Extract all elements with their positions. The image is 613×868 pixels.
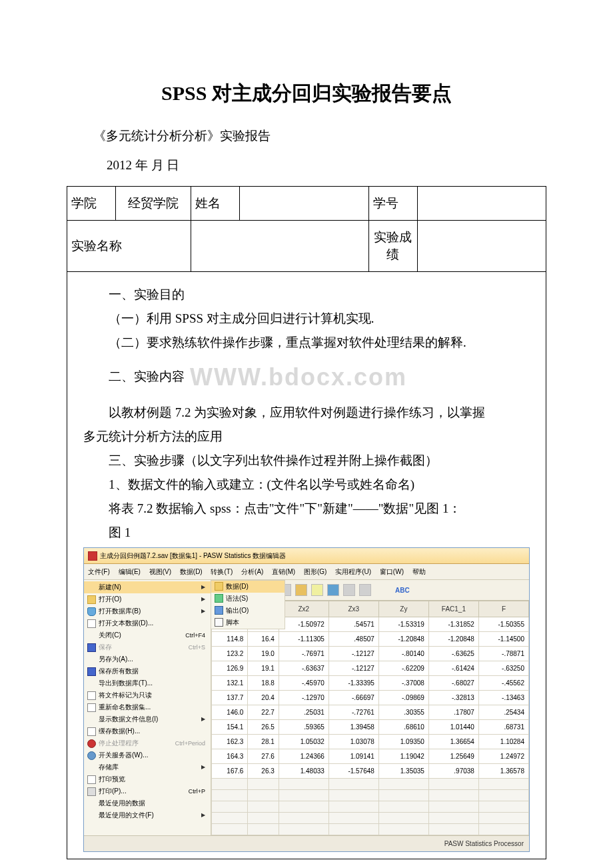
table-cell[interactable]: 126.9 (212, 661, 248, 676)
table-cell[interactable] (428, 824, 478, 835)
table-cell[interactable] (378, 813, 428, 824)
table-cell[interactable] (478, 790, 528, 801)
table-cell[interactable]: 1.03078 (328, 735, 378, 749)
table-cell[interactable]: -.80140 (378, 647, 428, 661)
file-menu-item[interactable]: 将文件标记为只读 (84, 689, 211, 701)
table-cell[interactable]: 137.7 (212, 691, 248, 705)
file-menu-item[interactable]: 关闭(C)Ctrl+F4 (84, 629, 211, 641)
toolbar-abc-icon[interactable]: ABC (395, 584, 410, 597)
file-menu-item[interactable]: 导出到数据库(T)... (84, 677, 211, 689)
file-menu-item[interactable]: 打印预览 (84, 773, 211, 785)
table-row[interactable]: 162.328.11.050321.030781.093501.366541.1… (212, 735, 529, 749)
table-cell[interactable]: -.45970 (279, 676, 328, 691)
table-cell[interactable]: .25031 (279, 705, 328, 720)
table-cell[interactable]: 1.25649 (428, 749, 478, 764)
table-cell[interactable]: -.62209 (378, 661, 428, 676)
column-header[interactable]: Zx3 (328, 601, 378, 617)
table-cell[interactable]: 164.3 (212, 749, 248, 764)
table-cell[interactable]: -.76971 (279, 647, 328, 661)
table-cell[interactable]: .17807 (428, 705, 478, 720)
file-menu-item[interactable]: 最近使用的文件(F)▶ (84, 809, 211, 821)
menu-window[interactable]: 窗口(W) (380, 568, 404, 575)
table-cell[interactable]: -.78871 (478, 647, 528, 661)
table-cell[interactable] (248, 801, 279, 813)
table-row[interactable] (212, 801, 529, 813)
table-cell[interactable]: .54571 (328, 617, 378, 632)
menu-file[interactable]: 文件(F) (88, 568, 110, 575)
file-menu-item[interactable]: 存储库▶ (84, 761, 211, 773)
table-cell[interactable]: 1.39458 (328, 720, 378, 735)
table-cell[interactable]: .30355 (378, 705, 428, 720)
table-row[interactable] (212, 779, 529, 790)
table-cell[interactable] (212, 824, 248, 835)
table-cell[interactable]: -1.20848 (428, 632, 478, 647)
table-cell[interactable] (328, 801, 378, 813)
toolbar-icon[interactable] (311, 584, 323, 596)
table-cell[interactable] (378, 790, 428, 801)
table-row[interactable]: 146.022.7.25031-.72761.30355.17807.25434 (212, 705, 529, 720)
menu-help[interactable]: 帮助 (412, 568, 426, 575)
table-cell[interactable] (212, 813, 248, 824)
table-cell[interactable] (279, 779, 328, 790)
table-cell[interactable] (279, 824, 328, 835)
table-cell[interactable]: -.45562 (478, 676, 528, 691)
table-cell[interactable] (328, 790, 378, 801)
menu-utilities[interactable]: 实用程序(U) (335, 568, 371, 575)
table-row[interactable]: 126.919.1-.63637-.12127-.62209-.61424-.6… (212, 661, 529, 676)
table-row[interactable]: 114.816.4-1.11305.48507-1.20848-1.20848-… (212, 632, 529, 647)
file-menu-item[interactable]: 另存为(A)... (84, 653, 211, 665)
table-row[interactable]: 154.126.5.593651.39458.686101.01440.6873… (212, 720, 529, 735)
table-cell[interactable] (279, 813, 328, 824)
table-cell[interactable]: -1.11305 (279, 632, 328, 647)
table-cell[interactable] (328, 824, 378, 835)
file-menu-item[interactable]: 显示数据文件信息(I)▶ (84, 713, 211, 725)
table-cell[interactable] (378, 779, 428, 790)
table-cell[interactable] (212, 779, 248, 790)
file-menu-item[interactable]: 打开(O)▶ (84, 593, 211, 605)
new-submenu[interactable]: 数据(D)语法(S)输出(O)脚本 (211, 580, 285, 629)
table-cell[interactable]: .97038 (428, 764, 478, 779)
table-cell[interactable]: 1.10284 (478, 735, 528, 749)
table-cell[interactable]: -.61424 (428, 661, 478, 676)
table-row[interactable]: 164.327.61.243661.091411.190421.256491.2… (212, 749, 529, 764)
table-cell[interactable] (248, 824, 279, 835)
menu-graphs[interactable]: 图形(G) (304, 568, 326, 575)
table-cell[interactable]: -.63625 (428, 647, 478, 661)
table-cell[interactable]: 1.36654 (428, 735, 478, 749)
table-cell[interactable] (428, 790, 478, 801)
table-cell[interactable] (248, 813, 279, 824)
table-cell[interactable] (378, 824, 428, 835)
file-menu-item[interactable]: 重新命名数据集... (84, 701, 211, 713)
table-cell[interactable] (279, 801, 328, 813)
toolbar-icon[interactable] (327, 584, 339, 596)
table-cell[interactable] (212, 801, 248, 813)
spss-menubar[interactable]: 文件(F) 编辑(E) 视图(V) 数据(D) 转换(T) 分析(A) 直销(M… (84, 564, 529, 580)
table-cell[interactable] (478, 779, 528, 790)
table-cell[interactable]: -1.14500 (478, 632, 528, 647)
table-cell[interactable]: .25434 (478, 705, 528, 720)
table-cell[interactable]: 16.4 (248, 632, 279, 647)
table-cell[interactable]: 1.48033 (279, 764, 328, 779)
table-cell[interactable]: 19.0 (248, 647, 279, 661)
file-menu-item[interactable]: 保存Ctrl+S (84, 641, 211, 653)
file-menu-item[interactable]: 缓存数据(H)... (84, 725, 211, 737)
table-row[interactable]: 123.219.0-.76971-.12127-.80140-.63625-.7… (212, 647, 529, 661)
column-header[interactable]: Zy (378, 601, 428, 617)
table-cell[interactable] (248, 779, 279, 790)
table-cell[interactable]: -.13463 (478, 691, 528, 705)
table-cell[interactable]: 27.6 (248, 749, 279, 764)
table-cell[interactable]: 154.1 (212, 720, 248, 735)
menu-analyze[interactable]: 分析(A) (241, 568, 263, 575)
toolbar-icon[interactable] (359, 584, 371, 596)
table-cell[interactable] (328, 813, 378, 824)
file-menu-item[interactable]: 打开数据库(B)▶ (84, 605, 211, 617)
table-cell[interactable]: -.12127 (328, 647, 378, 661)
table-cell[interactable]: -.68027 (428, 676, 478, 691)
table-cell[interactable]: 1.01440 (428, 720, 478, 735)
table-cell[interactable]: -.63250 (478, 661, 528, 676)
file-menu-item[interactable]: 停止处理程序Ctrl+Period (84, 737, 211, 749)
table-cell[interactable]: 1.05032 (279, 735, 328, 749)
submenu-item[interactable]: 数据(D) (211, 581, 285, 593)
table-cell[interactable]: .59365 (279, 720, 328, 735)
table-cell[interactable]: .68731 (478, 720, 528, 735)
